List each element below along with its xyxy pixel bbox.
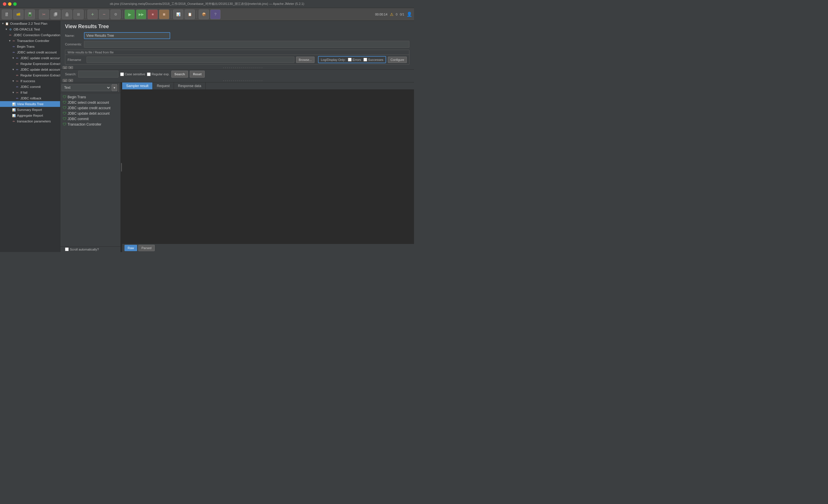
result-item-jdbc-update-credit[interactable]: 🛡 JDBC update credit account xyxy=(60,105,120,110)
regex1-icon: ✏ xyxy=(15,61,19,66)
result-label-transaction-controller: Transaction Controller xyxy=(68,123,101,127)
toolbar-separator-3 xyxy=(122,10,123,18)
collapse-up-btn[interactable]: ▲ xyxy=(63,66,67,69)
successes-checkbox[interactable] xyxy=(363,58,367,61)
format-buttons: Raw Parsed xyxy=(122,244,414,252)
shutdown-button[interactable]: ⏹ xyxy=(159,9,169,19)
drag-handle-bottom[interactable]: • • • • • • • • • • • • • • • • • • • • xyxy=(74,79,412,82)
configure-button[interactable]: Configure xyxy=(388,57,407,63)
parsed-button[interactable]: Parsed xyxy=(138,245,155,251)
add-button[interactable]: + xyxy=(87,9,98,19)
sidebar-label-transaction-controller: Transaction Controller xyxy=(17,39,49,43)
tree-arrow-jdbc-update-credit: ▼ xyxy=(11,56,15,60)
help-button[interactable]: ? xyxy=(210,9,220,19)
start-no-pause-button[interactable]: ▶▶ xyxy=(136,9,146,19)
tab-request[interactable]: Request xyxy=(153,83,174,89)
scroll-auto-checkbox[interactable] xyxy=(65,247,69,251)
settings-button[interactable]: ⚙ xyxy=(111,9,121,19)
copy-button[interactable] xyxy=(50,9,61,19)
name-input[interactable] xyxy=(84,32,170,39)
collapse-up-btn-2[interactable]: ▲ xyxy=(63,79,67,82)
result-item-jdbc-select[interactable]: 🛡 JDBC select credit account xyxy=(60,100,120,105)
split-btn[interactable]: ▼ xyxy=(112,84,117,91)
sidebar-label-jdbc-rollback: JDBC rollback xyxy=(20,97,41,100)
sidebar-item-jdbc-rollback[interactable]: ✏ JDBC rollback xyxy=(0,95,60,101)
summary-button[interactable]: 📋 xyxy=(184,9,195,19)
name-label: Name: xyxy=(65,34,82,37)
main-layout: ▼ 📋 OceanBase 2.2 Test Plan ▼ ⚙ OB-ORACL… xyxy=(0,21,414,252)
comments-input[interactable] xyxy=(84,41,409,48)
sidebar-item-if-success[interactable]: ▼ ✂ If success xyxy=(0,78,60,84)
scroll-check-label[interactable]: Scroll automatically? xyxy=(65,247,99,251)
browse-button[interactable]: Browse... xyxy=(296,57,315,63)
success-icon-jdbc-update-debit: 🛡 xyxy=(63,111,67,116)
sidebar-item-jdbc-commit[interactable]: ✏ JDBC commit xyxy=(0,84,60,90)
sidebar-item-aggregate-report[interactable]: 📊 Aggregate Report xyxy=(0,112,60,119)
cut-button[interactable]: ✂ xyxy=(39,9,49,19)
maximize-button[interactable] xyxy=(13,2,17,6)
vsplit-handle[interactable] xyxy=(118,83,119,92)
sidebar-item-jdbc-select[interactable]: ✏ JDBC select credit account xyxy=(0,49,60,55)
raw-button[interactable]: Raw xyxy=(124,245,137,251)
remove-button[interactable]: − xyxy=(99,9,109,19)
tree-arrow-ob-oracle: ▼ xyxy=(5,28,8,31)
new-button[interactable] xyxy=(2,9,12,19)
sidebar-label-view-results: View Results Tree xyxy=(17,102,43,106)
regular-exp-checkbox[interactable] xyxy=(147,73,151,76)
window-buttons[interactable] xyxy=(3,2,17,6)
monitor-button[interactable]: 📊 xyxy=(173,9,183,19)
scroll-auto-text: Scroll automatically? xyxy=(70,248,99,251)
sidebar-item-test-plan[interactable]: ▼ 📋 OceanBase 2.2 Test Plan xyxy=(0,21,60,27)
tab-response-data[interactable]: Response data xyxy=(174,83,206,89)
search-button[interactable]: Search xyxy=(171,71,188,78)
drag-handle-top[interactable]: • • • • • • • • • • • • • • • • • • • • xyxy=(74,66,412,69)
sidebar-item-jdbc-update-credit[interactable]: ▼ ✏ JDBC update credit account xyxy=(0,55,60,61)
result-item-jdbc-commit[interactable]: 🛡 JDBC commit xyxy=(60,116,120,122)
minimize-button[interactable] xyxy=(8,2,11,6)
paste-button[interactable] xyxy=(62,9,72,19)
sidebar-item-begin-trans[interactable]: ✏ Begin Trans xyxy=(0,44,60,49)
sidebar-item-jdbc-config[interactable]: ✏ JDBC Connection Configuration xyxy=(0,32,60,38)
result-item-jdbc-update-debit[interactable]: 🛡 JDBC update debit account xyxy=(60,110,120,116)
open-button[interactable] xyxy=(13,9,24,19)
reset-button[interactable]: Reset xyxy=(190,71,205,78)
case-sensitive-checkbox[interactable] xyxy=(120,73,124,76)
summary-report-icon: 📊 xyxy=(11,107,16,112)
regular-exp-label[interactable]: Regular exp. xyxy=(147,73,169,76)
sidebar-label-regex1: Regular Expression Extractor xyxy=(20,62,60,65)
errors-checkbox[interactable] xyxy=(348,58,351,61)
sidebar-item-summary-report[interactable]: 📊 Summary Report xyxy=(0,107,60,112)
sidebar-label-jdbc-update-debit: JDBC update debit account xyxy=(20,68,60,71)
sidebar-label-aggregate-report: Aggregate Report xyxy=(17,114,43,117)
save-button[interactable] xyxy=(25,9,35,19)
filename-input[interactable] xyxy=(87,57,294,63)
close-button[interactable] xyxy=(3,2,6,6)
start-button[interactable]: ▶ xyxy=(124,9,135,19)
format-select[interactable]: Text HTML JSON XML Boundary Extractor Te… xyxy=(61,84,111,91)
tab-sampler-result[interactable]: Sampler result xyxy=(122,83,153,89)
controller-icon: ✂ xyxy=(11,39,16,43)
stop-button[interactable]: ■ xyxy=(148,9,158,19)
sidebar-item-jdbc-update-debit[interactable]: ▼ ✏ JDBC update debit account xyxy=(0,67,60,73)
sidebar-item-regex2[interactable]: ✏ Regular Expression Extractor xyxy=(0,73,60,78)
result-item-transaction-controller[interactable]: 🛡 Transaction Controller xyxy=(60,122,120,127)
result-item-begin-trans[interactable]: 🛡 Begin Trans xyxy=(60,94,120,100)
sidebar-item-if-fail[interactable]: ▼ ✂ If fail xyxy=(0,90,60,95)
errors-check-label[interactable]: Errors xyxy=(348,58,361,61)
begin-trans-icon: ✏ xyxy=(11,44,16,49)
successes-check-label[interactable]: Successes xyxy=(363,58,383,61)
comments-row: Comments: xyxy=(60,40,414,49)
sidebar-item-view-results[interactable]: 📊 View Results Tree xyxy=(0,101,60,107)
collapse-down-btn[interactable]: ▼ xyxy=(69,66,73,69)
sidebar-item-ob-oracle[interactable]: ▼ ⚙ OB-ORACLE Test xyxy=(0,27,60,32)
jar-button[interactable]: 📦 xyxy=(199,9,209,19)
sidebar-label-summary-report: Summary Report xyxy=(17,108,42,111)
collapse-down-btn-2[interactable]: ▼ xyxy=(69,79,73,82)
sidebar-item-transaction-params[interactable]: ✏ transaction parameters xyxy=(0,119,60,124)
result-label-jdbc-select: JDBC select credit account xyxy=(68,101,109,104)
sidebar-item-regex1[interactable]: ✏ Regular Expression Extractor xyxy=(0,61,60,67)
search-input[interactable] xyxy=(78,71,118,78)
sidebar-item-transaction-controller[interactable]: ▼ ✂ Transaction Controller xyxy=(0,38,60,44)
case-sensitive-label[interactable]: Case sensitive xyxy=(120,73,146,76)
expand-button[interactable]: ⊞ xyxy=(73,9,84,19)
